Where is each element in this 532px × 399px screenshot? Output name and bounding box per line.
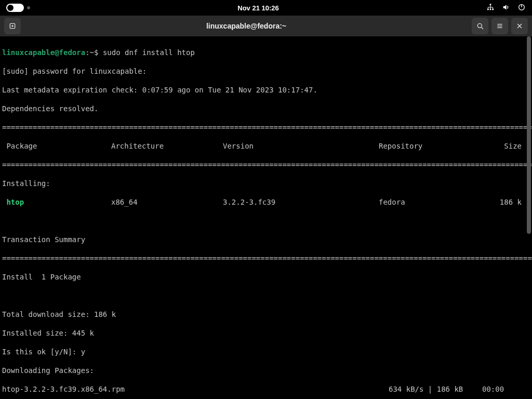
divider: ========================================… bbox=[2, 254, 529, 263]
output-line: Dependencies resolved. bbox=[2, 104, 529, 113]
table-row: htopx86_643.2.2-3.fc39fedora186 k bbox=[2, 197, 529, 207]
svg-rect-3 bbox=[492, 8, 494, 10]
divider: ========================================… bbox=[2, 123, 529, 132]
gnome-topbar: Nov 21 10:26 bbox=[0, 0, 532, 16]
divider: ========================================… bbox=[2, 160, 529, 169]
system-tray[interactable] bbox=[486, 3, 526, 13]
activities-pill[interactable] bbox=[6, 4, 24, 12]
section-label: Installing: bbox=[2, 179, 529, 188]
section-label: Transaction Summary bbox=[2, 235, 529, 244]
terminal-titlebar: linuxcapable@fedora:~ bbox=[0, 16, 532, 36]
terminal-content: linuxcapable@fedora:~$ sudo dnf install … bbox=[0, 36, 532, 399]
menu-button[interactable] bbox=[491, 18, 508, 34]
terminal-viewport[interactable]: linuxcapable@fedora:~$ sudo dnf install … bbox=[0, 36, 532, 399]
package-name: htop bbox=[2, 197, 111, 207]
clock[interactable]: Nov 21 10:26 bbox=[237, 4, 279, 12]
command-text: sudo dnf install htop bbox=[103, 48, 195, 57]
prompt-path: :~$ bbox=[85, 48, 103, 57]
download-row: htop-3.2.2-3.fc39.x86_64.rpm634 kB/s | 1… bbox=[2, 384, 529, 394]
output-line: Last metadata expiration check: 0:07:59 … bbox=[2, 85, 529, 95]
power-icon[interactable] bbox=[517, 3, 526, 13]
activities-area[interactable] bbox=[6, 4, 30, 12]
output-line: Installed size: 445 k bbox=[2, 328, 529, 338]
svg-point-9 bbox=[477, 23, 482, 28]
volume-icon[interactable] bbox=[502, 3, 510, 13]
svg-rect-2 bbox=[490, 8, 491, 10]
output-line: [sudo] password for linuxcapable: bbox=[2, 66, 529, 76]
output-line: Total download size: 186 k bbox=[2, 310, 529, 319]
workspace-dot bbox=[27, 6, 30, 9]
svg-line-10 bbox=[482, 28, 483, 29]
output-line: Downloading Packages: bbox=[2, 366, 529, 375]
table-header: PackageArchitectureVersionRepositorySize bbox=[2, 141, 529, 151]
scrollbar[interactable] bbox=[526, 36, 532, 399]
network-icon[interactable] bbox=[486, 3, 495, 13]
close-button[interactable] bbox=[511, 18, 528, 34]
scrollbar-thumb[interactable] bbox=[527, 36, 531, 234]
output-line: Install 1 Package bbox=[2, 272, 529, 282]
search-button[interactable] bbox=[472, 18, 488, 34]
svg-rect-1 bbox=[487, 8, 489, 10]
svg-rect-0 bbox=[490, 4, 491, 5]
prompt-user: linuxcapable@fedora bbox=[2, 48, 85, 57]
window-title: linuxcapable@fedora:~ bbox=[206, 22, 286, 30]
output-line: Is this ok [y/N]: y bbox=[2, 347, 529, 356]
new-tab-button[interactable] bbox=[4, 18, 21, 34]
